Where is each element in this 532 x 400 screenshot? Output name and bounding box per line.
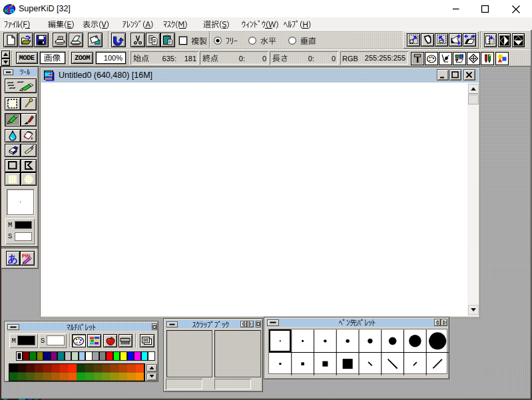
svg-text:あ: あ — [8, 253, 18, 264]
svg-text:D: D — [10, 7, 15, 15]
svg-text:K: K — [4, 7, 9, 14]
